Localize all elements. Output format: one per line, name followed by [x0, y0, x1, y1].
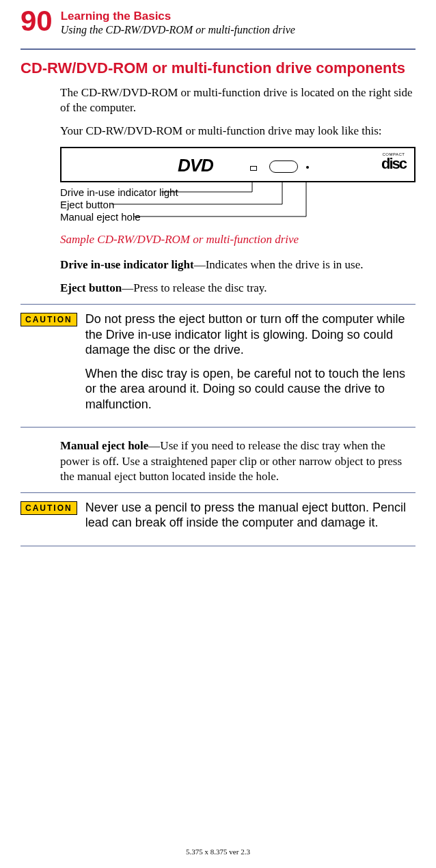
- caution-badge-icon: CAUTION: [21, 501, 77, 515]
- intro-para-2: Your CD-RW/DVD-ROM or multi-function dri…: [60, 124, 415, 139]
- desc: —Indicates when the drive is in use.: [194, 258, 364, 271]
- divider: [21, 492, 415, 493]
- drive-front-panel: DVD COMPACT disc: [60, 147, 415, 182]
- caution-para: Never use a pencil to press the manual e…: [85, 500, 415, 531]
- caution-box-2: CAUTION Never use a pencil to press the …: [21, 500, 415, 539]
- intro-para-1: The CD-RW/DVD-ROM or multi-function driv…: [60, 85, 415, 115]
- page-header: 90 Learning the Basics Using the CD-RW/D…: [21, 7, 415, 36]
- callout-indicator-light: Drive in-use indicator light: [60, 186, 178, 198]
- caution-box-1: CAUTION Do not press the eject button or…: [21, 311, 415, 420]
- divider: [21, 427, 415, 428]
- callout-area: Drive in-use indicator light Eject butto…: [60, 182, 415, 230]
- disc-label: disc: [381, 156, 406, 171]
- body-content: The CD-RW/DVD-ROM or multi-function driv…: [60, 85, 415, 139]
- callout-manual-eject: Manual eject hole: [60, 211, 141, 223]
- chapter-title: Learning the Basics: [61, 10, 295, 23]
- definitions-block-1: Drive in-use indicator light—Indicates w…: [60, 257, 415, 296]
- desc: —Press to release the disc tray.: [122, 281, 267, 294]
- def-manual-eject: Manual eject hole—Use if you need to rel…: [60, 438, 415, 484]
- drive-diagram: DVD COMPACT disc Drive in-use indicator …: [60, 147, 415, 247]
- compact-disc-logo-icon: COMPACT disc: [381, 152, 406, 171]
- page-number: 90: [21, 7, 53, 36]
- term: Eject button: [60, 281, 122, 294]
- page-footer: 5.375 x 8.375 ver 2.3: [0, 848, 436, 856]
- def-eject-button: Eject button—Press to release the disc t…: [60, 281, 415, 296]
- caution-text: Never use a pencil to press the manual e…: [85, 500, 415, 539]
- caution-para: When the disc tray is open, be careful n…: [85, 366, 415, 412]
- caution-badge-icon: CAUTION: [21, 313, 77, 326]
- caution-para: Do not press the eject button or turn of…: [85, 311, 415, 358]
- dvd-logo-icon: DVD: [178, 155, 213, 176]
- eject-button-icon: [269, 160, 298, 173]
- caution-text: Do not press the eject button or turn of…: [85, 311, 415, 420]
- section-title: Using the CD-RW/DVD-ROM or multi-functio…: [61, 24, 295, 36]
- term: Drive in-use indicator light: [60, 258, 194, 271]
- divider: [21, 304, 415, 305]
- indicator-light-icon: [250, 166, 257, 171]
- header-titles: Learning the Basics Using the CD-RW/DVD-…: [61, 7, 295, 36]
- term: Manual eject hole: [60, 439, 148, 452]
- page-content: 90 Learning the Basics Using the CD-RW/D…: [0, 0, 436, 546]
- def-indicator-light: Drive in-use indicator light—Indicates w…: [60, 257, 415, 272]
- callout-eject-button: Eject button: [60, 199, 114, 210]
- divider: [21, 48, 415, 50]
- manual-eject-hole-icon: [306, 166, 309, 169]
- diagram-caption: Sample CD-RW/DVD-ROM or multi-function d…: [60, 233, 415, 247]
- divider: [21, 546, 415, 546]
- definitions-block-2: Manual eject hole—Use if you need to rel…: [60, 438, 415, 484]
- section-heading: CD-RW/DVD-ROM or multi-function drive co…: [21, 59, 415, 77]
